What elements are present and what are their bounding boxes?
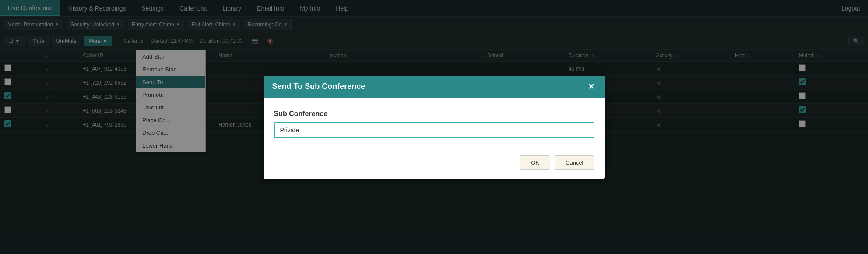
modal-header: Send To Sub Conference ✕ (264, 76, 605, 98)
modal-close-button[interactable]: ✕ (586, 82, 596, 92)
sub-conference-label: Sub Conference (274, 110, 594, 118)
send-to-sub-conference-modal: Send To Sub Conference ✕ Sub Conference … (264, 76, 605, 179)
sub-conference-input[interactable] (274, 122, 594, 138)
close-icon: ✕ (588, 82, 594, 91)
ok-button[interactable]: OK (520, 155, 550, 170)
modal-footer: OK Cancel (264, 148, 605, 179)
cancel-button[interactable]: Cancel (555, 155, 594, 170)
modal-body: Sub Conference (264, 98, 605, 148)
modal-title: Send To Sub Conference (272, 82, 365, 91)
modal-overlay[interactable]: Send To Sub Conference ✕ Sub Conference … (0, 0, 868, 254)
